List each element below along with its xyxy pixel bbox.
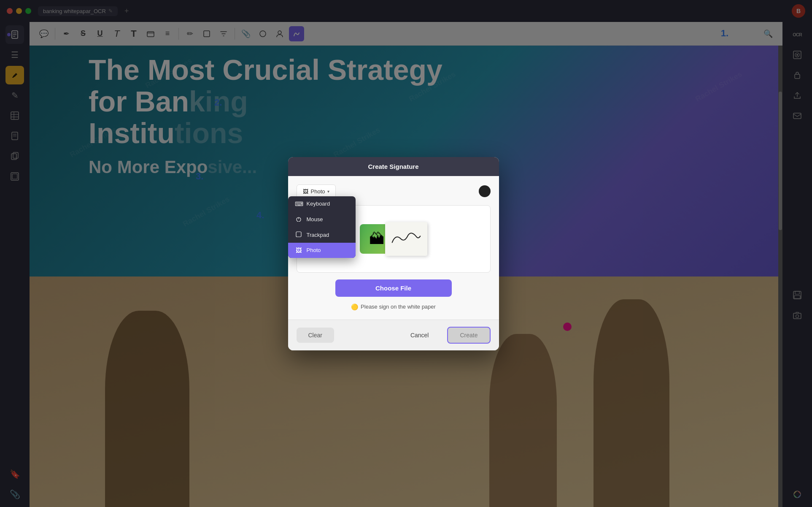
modal-header: Create Signature xyxy=(288,157,499,176)
modal-title: Create Signature xyxy=(368,163,418,170)
create-signature-modal: Create Signature 🖼 Photo ▾ ⌨ Keyboard xyxy=(288,157,499,350)
signature-image-placeholder xyxy=(360,222,427,256)
clear-button[interactable]: Clear xyxy=(297,328,334,343)
color-picker-button[interactable] xyxy=(479,185,491,197)
photo-label: Photo xyxy=(307,247,321,253)
svg-rect-33 xyxy=(296,232,301,237)
modal-footer: Clear Cancel Create xyxy=(288,320,499,350)
modal-body: 🖼 Photo ▾ ⌨ Keyboard Mouse xyxy=(288,176,499,320)
keyboard-label: Keyboard xyxy=(307,201,330,207)
mouse-icon xyxy=(295,216,302,223)
dropdown-menu: ⌨ Keyboard Mouse Trackpad 🖼 xyxy=(288,196,356,258)
trackpad-icon xyxy=(295,231,302,239)
modal-overlay: Create Signature 🖼 Photo ▾ ⌨ Keyboard xyxy=(0,0,812,507)
dropdown-item-photo[interactable]: 🖼 Photo xyxy=(288,243,356,258)
choose-file-button[interactable]: Choose File xyxy=(335,279,452,297)
dropdown-item-mouse[interactable]: Mouse xyxy=(288,211,356,227)
mouse-label: Mouse xyxy=(307,216,323,222)
mode-icon: 🖼 xyxy=(303,188,308,195)
chevron-down-icon: ▾ xyxy=(327,189,329,194)
trackpad-label: Trackpad xyxy=(307,232,329,238)
footer-right-buttons: Cancel Create xyxy=(399,327,491,344)
signature-drawing xyxy=(385,218,427,260)
create-button[interactable]: Create xyxy=(447,327,490,344)
photo-menu-icon: 🖼 xyxy=(295,247,302,254)
warning-icon: 🟡 xyxy=(351,304,358,310)
hint-row: 🟡 Please sign on the white paper xyxy=(297,304,491,310)
hint-text: Please sign on the white paper xyxy=(361,304,436,310)
keyboard-icon: ⌨ xyxy=(295,201,302,207)
signature-paper xyxy=(385,222,427,256)
dropdown-item-keyboard[interactable]: ⌨ Keyboard xyxy=(288,196,356,211)
mode-label: Photo xyxy=(311,188,325,195)
dropdown-item-trackpad[interactable]: Trackpad xyxy=(288,227,356,243)
cancel-button[interactable]: Cancel xyxy=(399,328,441,343)
